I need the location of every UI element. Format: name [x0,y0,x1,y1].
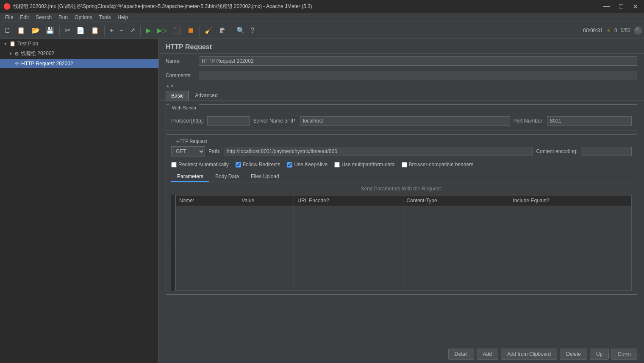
threadgroup-expand-icon: ▼ [8,51,13,56]
menu-file[interactable]: File [2,14,17,21]
comments-row: Comments: [159,68,644,83]
redirect-auto-label: Redirect Automatically [178,162,229,168]
menu-tools[interactable]: Tools [95,14,114,21]
keepalive-checkbox[interactable] [287,162,292,168]
checkbox-redirect-auto[interactable]: Redirect Automatically [171,162,229,168]
name-row: Name: [159,54,644,68]
path-input[interactable] [224,147,533,156]
toolbar-stop-button[interactable]: ⬛ [170,25,184,36]
window-title: 线程组 202002.jmx (G:\尚硅谷\SpringCloud\软件\ap… [13,3,312,10]
checkboxes-row: Redirect Automatically Follow Redirects … [171,160,632,169]
close-button[interactable]: ✕ [630,2,641,11]
checkbox-follow-redirects[interactable]: Follow Redirects [236,162,280,168]
menu-help[interactable]: Help [114,14,131,21]
toolbar-open-button[interactable]: 📂 [29,25,42,36]
encoding-label: Content encoding: [536,148,577,154]
inner-tab-parameters[interactable]: Parameters [171,172,209,182]
menu-options[interactable]: Options [71,14,95,21]
toolbar-new-button[interactable]: 🗋 [2,25,14,36]
checkbox-keepalive[interactable]: Use KeepAlive [287,162,328,168]
toolbar-paste-button[interactable]: 📋 [88,25,102,36]
inner-tab-filesupload-label: Files Upload [251,173,279,179]
multipart-checkbox[interactable] [334,162,340,168]
tab-advanced[interactable]: Advanced [190,91,222,101]
panel-title: HTTP Request [166,43,212,50]
add-clipboard-button[interactable]: Add from Clipboard [501,349,557,360]
menu-edit[interactable]: Edit [17,14,32,21]
toolbar-search-button[interactable]: 🔍 [234,25,247,36]
toolbar-remove-button[interactable]: − [117,25,126,36]
redirect-auto-checkbox[interactable] [171,162,177,168]
follow-redirects-checkbox[interactable] [236,162,241,168]
sidebar-item-threadgroup[interactable]: ▼ ⚙ 线程组 202002 [0,48,158,59]
toolbar-help-button[interactable]: ? [248,25,257,36]
protocol-input[interactable] [207,116,250,126]
toolbar-run-count: 0/50 [621,28,630,34]
method-select[interactable]: GET POST PUT DELETE PATCH HEAD OPTIONS [171,146,205,156]
keepalive-label: Use KeepAlive [294,162,328,168]
empty-row [176,206,632,291]
sidebar-testplan-label: Test Plan [17,41,38,47]
panel-header: HTTP Request [159,39,644,54]
col-contenttype: Content-Type [403,195,509,206]
inner-tab-filesupload[interactable]: Files Upload [245,172,285,182]
delete-button[interactable]: Delete [560,349,587,360]
sidebar: ▼ 📋 Test Plan ▼ ⚙ 线程组 202002 ✏ HTTP Requ… [0,39,159,363]
tab-basic[interactable]: Basic [166,91,189,101]
menu-search[interactable]: Search [32,14,55,21]
sidebar-item-httprequest[interactable]: ✏ HTTP Request 202002 [0,59,158,68]
toolbar-templates-button[interactable]: 📋 [14,25,28,36]
toolbar-clear-button[interactable]: 🧹 [202,25,216,36]
name-input[interactable] [199,56,637,66]
web-server-section: Web Server Protocol [http]: Server Name … [166,104,637,131]
table-drag-handle[interactable]: ⋮ [171,195,175,291]
checkbox-multipart[interactable]: Use multipart/form-data [334,162,394,168]
testplan-icon: 📋 [9,41,16,47]
minimize-button[interactable]: — [600,2,612,11]
http-request-section-title: HTTP Request [175,139,209,144]
params-table: Name: Value URL Encode? Content-Type Inc… [175,195,632,291]
collapse-bar[interactable]: ▲▼ ··· [159,83,644,89]
threadgroup-icon: ⚙ [14,51,19,57]
maximize-button[interactable]: □ [616,2,626,11]
content-area: HTTP Request Name: Comments: ▲▼ ··· Basi… [159,39,644,363]
col-includeequals: Include Equals? [509,195,632,206]
toolbar-save-button[interactable]: 💾 [43,25,57,36]
protocol-label: Protocol [http]: [171,118,204,124]
encoding-input[interactable] [581,147,632,156]
browser-compat-checkbox[interactable] [402,162,407,168]
col-name: Name: [176,195,238,206]
inner-tab-bar: Parameters Body Data Files Upload [171,169,632,182]
menu-run[interactable]: Run [55,14,71,21]
detail-button[interactable]: Detail [448,349,474,360]
toolbar-right: 00:00:31 ⚠ 0 0/50 🔌 [583,26,642,35]
port-input[interactable] [547,116,632,126]
server-fields-row: Protocol [http]: Server Name or IP: Port… [171,116,632,126]
toolbar-shutdown-button[interactable]: ⏹ [185,25,197,36]
col-value: Value [238,195,294,206]
server-input[interactable] [300,116,510,126]
checkbox-browser-compat[interactable]: Browser-compatible headers [402,162,474,168]
main-tab-bar: Basic Advanced [159,89,644,101]
toolbar-start-nopause-button[interactable]: ▶▷ [154,25,169,36]
browser-compat-label: Browser-compatible headers [409,162,474,168]
sidebar-item-testplan[interactable]: ▼ 📋 Test Plan [0,39,158,48]
toolbar-remote-button[interactable]: 🔌 [634,26,642,35]
comments-input[interactable] [199,71,637,80]
col-urlencode: URL Encode? [294,195,403,206]
toolbar-navigate-button[interactable]: ↗ [127,25,138,36]
toolbar-cut-button[interactable]: ✂ [62,25,73,36]
toolbar-clearall-button[interactable]: 🗑 [217,25,228,36]
port-label: Port Number: [514,118,544,124]
toolbar-sep3 [140,25,141,36]
path-label: Path: [208,148,220,154]
app-icon: 🔴 [3,3,11,10]
toolbar-copy-button[interactable]: 📄 [74,25,87,36]
toolbar-start-button[interactable]: ▶ [143,25,153,36]
add-button[interactable]: Add [477,349,498,360]
toolbar-sep5 [231,25,231,36]
sidebar-httprequest-label: HTTP Request 202002 [21,61,73,67]
inner-tab-bodydata[interactable]: Body Data [209,172,245,182]
name-label: Name: [166,58,195,64]
toolbar-add-button[interactable]: + [107,25,116,36]
